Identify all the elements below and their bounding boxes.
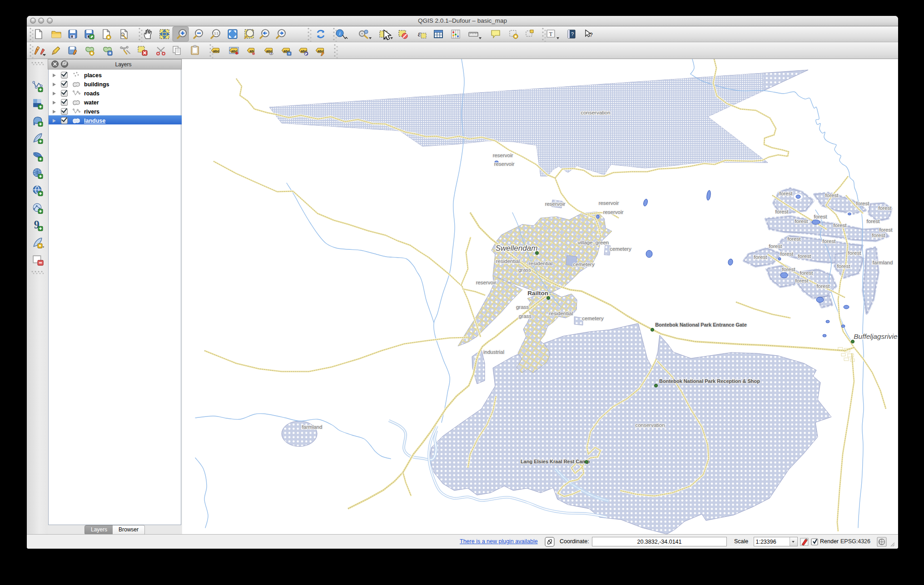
svg-text:conservation: conservation	[635, 422, 665, 428]
svg-text:i: i	[339, 30, 340, 36]
svg-text:farmland: farmland	[302, 424, 323, 430]
svg-text:?: ?	[589, 31, 592, 38]
svg-text:cemetery: cemetery	[573, 262, 595, 267]
svg-text:Buffeljagsrivier: Buffeljagsrivier	[854, 332, 898, 340]
svg-text:forest: forest	[798, 253, 812, 259]
svg-text:forest: forest	[834, 223, 847, 228]
svg-text:T: T	[549, 31, 553, 37]
svg-text:residential: residential	[496, 258, 520, 264]
svg-text:residential: residential	[529, 261, 552, 266]
svg-text:forest: forest	[754, 254, 768, 260]
svg-text:forest: forest	[823, 238, 836, 244]
svg-text:farmland: farmland	[873, 260, 893, 265]
svg-text:reservoir: reservoir	[493, 153, 513, 158]
svg-text:forest: forest	[867, 218, 880, 224]
svg-text:grass: grass	[518, 267, 531, 273]
svg-text:industrial: industrial	[483, 349, 504, 355]
svg-text:Bontebok National Park Recepti: Bontebok National Park Reception & Shop	[659, 378, 760, 384]
svg-text:cemetery: cemetery	[610, 246, 631, 252]
svg-text:reservoir: reservoir	[476, 280, 497, 285]
svg-text:forest: forest	[780, 191, 793, 196]
svg-text:conservation: conservation	[581, 110, 610, 115]
svg-text:forest: forest	[825, 193, 839, 198]
svg-text:forest: forest	[837, 263, 851, 269]
svg-text:residential: residential	[549, 311, 573, 316]
svg-text:abc: abc	[213, 49, 219, 53]
svg-text:forest: forest	[848, 250, 862, 256]
svg-text:forest: forest	[856, 201, 870, 206]
svg-text:?: ?	[571, 31, 574, 37]
svg-text:forest: forest	[782, 267, 796, 272]
svg-text:Swellendam: Swellendam	[496, 244, 538, 253]
svg-text:reservoir: reservoir	[599, 200, 619, 206]
svg-text:forest: forest	[795, 278, 809, 283]
svg-text:ε: ε	[418, 30, 421, 38]
svg-text:forest: forest	[800, 270, 814, 276]
svg-text:forest: forest	[817, 283, 830, 289]
svg-text:forest: forest	[795, 218, 809, 224]
svg-text:Railton: Railton	[527, 290, 548, 297]
svg-text:grass: grass	[519, 313, 532, 319]
svg-text:Bontebok National Park Entranc: Bontebok National Park Entrance Gate	[655, 322, 747, 327]
svg-text:forest: forest	[879, 205, 892, 211]
svg-text:forest: forest	[872, 233, 886, 238]
svg-text:reservoir: reservoir	[494, 161, 515, 167]
svg-text:reservoir: reservoir	[603, 209, 624, 215]
svg-text:forest: forest	[780, 251, 794, 257]
svg-text:forest: forest	[769, 243, 783, 249]
svg-text:grass: grass	[516, 304, 529, 310]
svg-text:forest: forest	[879, 227, 893, 233]
svg-text:reservoir: reservoir	[545, 201, 566, 207]
svg-text:village_green: village_green	[578, 240, 609, 245]
svg-text:1:1: 1:1	[214, 32, 219, 35]
svg-text:forest: forest	[814, 214, 828, 219]
svg-text:forest: forest	[788, 236, 801, 242]
svg-text:forest: forest	[775, 209, 789, 214]
svg-text:Lang Elsies Kraal Rest Camp: Lang Elsies Kraal Rest Camp	[521, 459, 590, 464]
svg-text:cemetery: cemetery	[582, 316, 604, 321]
